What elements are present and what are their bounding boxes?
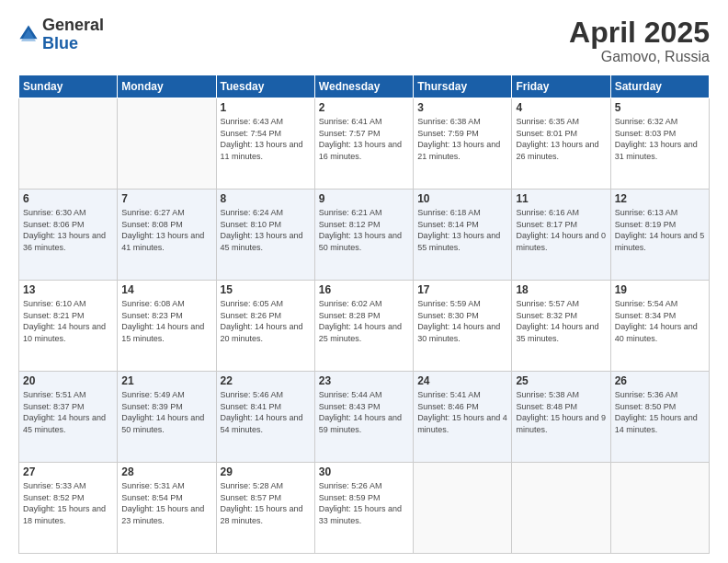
day-number: 10: [417, 192, 507, 205]
day-info: Sunrise: 6:02 AM Sunset: 8:28 PM Dayligh…: [319, 298, 409, 344]
day-info: Sunrise: 5:49 AM Sunset: 8:39 PM Dayligh…: [121, 389, 211, 435]
header-row: Sunday Monday Tuesday Wednesday Thursday…: [19, 75, 710, 98]
day-number: 1: [221, 101, 311, 114]
day-number: 6: [23, 192, 113, 205]
table-row: 29Sunrise: 5:28 AM Sunset: 8:57 PM Dayli…: [216, 463, 314, 554]
col-saturday: Saturday: [610, 75, 709, 98]
col-friday: Friday: [512, 75, 610, 98]
day-number: 23: [319, 374, 409, 387]
day-number: 2: [319, 101, 409, 114]
day-info: Sunrise: 6:18 AM Sunset: 8:14 PM Dayligh…: [417, 207, 507, 253]
day-info: Sunrise: 6:24 AM Sunset: 8:10 PM Dayligh…: [221, 207, 311, 253]
header: General Blue April 2025 Gamovo, Russia: [18, 17, 710, 65]
day-info: Sunrise: 5:26 AM Sunset: 8:59 PM Dayligh…: [319, 480, 409, 526]
calendar: Sunday Monday Tuesday Wednesday Thursday…: [18, 75, 710, 554]
day-info: Sunrise: 5:31 AM Sunset: 8:54 PM Dayligh…: [121, 480, 211, 526]
day-info: Sunrise: 6:38 AM Sunset: 7:59 PM Dayligh…: [417, 116, 507, 162]
table-row: 9Sunrise: 6:21 AM Sunset: 8:12 PM Daylig…: [314, 190, 413, 281]
logo-text: General Blue: [42, 17, 104, 53]
table-row: 14Sunrise: 6:08 AM Sunset: 8:23 PM Dayli…: [118, 281, 216, 372]
day-info: Sunrise: 6:27 AM Sunset: 8:08 PM Dayligh…: [121, 207, 211, 253]
table-row: 4Sunrise: 6:35 AM Sunset: 8:01 PM Daylig…: [512, 98, 610, 190]
day-number: 30: [319, 465, 409, 478]
day-number: 14: [121, 283, 211, 296]
day-info: Sunrise: 6:41 AM Sunset: 7:57 PM Dayligh…: [319, 116, 409, 162]
page: General Blue April 2025 Gamovo, Russia S…: [0, 0, 728, 563]
table-row: 7Sunrise: 6:27 AM Sunset: 8:08 PM Daylig…: [118, 190, 216, 281]
day-number: 24: [417, 374, 507, 387]
day-number: 28: [121, 465, 211, 478]
day-info: Sunrise: 6:05 AM Sunset: 8:26 PM Dayligh…: [221, 298, 311, 344]
logo-icon: [18, 24, 39, 44]
day-number: 15: [221, 283, 311, 296]
day-info: Sunrise: 5:41 AM Sunset: 8:46 PM Dayligh…: [417, 389, 507, 435]
day-number: 8: [221, 192, 311, 205]
table-row: 20Sunrise: 5:51 AM Sunset: 8:37 PM Dayli…: [19, 372, 118, 463]
calendar-week-2: 6Sunrise: 6:30 AM Sunset: 8:06 PM Daylig…: [19, 190, 710, 281]
day-info: Sunrise: 5:28 AM Sunset: 8:57 PM Dayligh…: [221, 480, 311, 526]
day-number: 19: [615, 283, 705, 296]
day-number: 17: [417, 283, 507, 296]
title-block: April 2025 Gamovo, Russia: [569, 17, 710, 65]
table-row: 21Sunrise: 5:49 AM Sunset: 8:39 PM Dayli…: [118, 372, 216, 463]
table-row: 28Sunrise: 5:31 AM Sunset: 8:54 PM Dayli…: [118, 463, 216, 554]
table-row: [512, 463, 610, 554]
table-row: 18Sunrise: 5:57 AM Sunset: 8:32 PM Dayli…: [512, 281, 610, 372]
day-number: 4: [516, 101, 606, 114]
day-info: Sunrise: 5:54 AM Sunset: 8:34 PM Dayligh…: [615, 298, 705, 344]
col-monday: Monday: [118, 75, 216, 98]
calendar-week-4: 20Sunrise: 5:51 AM Sunset: 8:37 PM Dayli…: [19, 372, 710, 463]
table-row: 30Sunrise: 5:26 AM Sunset: 8:59 PM Dayli…: [314, 463, 413, 554]
col-sunday: Sunday: [19, 75, 118, 98]
col-tuesday: Tuesday: [216, 75, 314, 98]
day-number: 9: [319, 192, 409, 205]
day-info: Sunrise: 6:30 AM Sunset: 8:06 PM Dayligh…: [23, 207, 113, 253]
table-row: 16Sunrise: 6:02 AM Sunset: 8:28 PM Dayli…: [314, 281, 413, 372]
table-row: 2Sunrise: 6:41 AM Sunset: 7:57 PM Daylig…: [314, 98, 413, 190]
day-number: 12: [615, 192, 705, 205]
table-row: [610, 463, 709, 554]
table-row: 26Sunrise: 5:36 AM Sunset: 8:50 PM Dayli…: [610, 372, 709, 463]
day-info: Sunrise: 6:16 AM Sunset: 8:17 PM Dayligh…: [516, 207, 606, 253]
col-wednesday: Wednesday: [314, 75, 413, 98]
calendar-week-1: 1Sunrise: 6:43 AM Sunset: 7:54 PM Daylig…: [19, 98, 710, 190]
table-row: 24Sunrise: 5:41 AM Sunset: 8:46 PM Dayli…: [414, 372, 512, 463]
day-number: 20: [23, 374, 113, 387]
table-row: 12Sunrise: 6:13 AM Sunset: 8:19 PM Dayli…: [610, 190, 709, 281]
table-row: 15Sunrise: 6:05 AM Sunset: 8:26 PM Dayli…: [216, 281, 314, 372]
day-info: Sunrise: 5:36 AM Sunset: 8:50 PM Dayligh…: [615, 389, 705, 435]
day-number: 25: [516, 374, 606, 387]
table-row: 11Sunrise: 6:16 AM Sunset: 8:17 PM Dayli…: [512, 190, 610, 281]
day-number: 7: [121, 192, 211, 205]
table-row: 22Sunrise: 5:46 AM Sunset: 8:41 PM Dayli…: [216, 372, 314, 463]
day-info: Sunrise: 6:32 AM Sunset: 8:03 PM Dayligh…: [615, 116, 705, 162]
location: Gamovo, Russia: [569, 49, 710, 65]
day-number: 18: [516, 283, 606, 296]
day-number: 26: [615, 374, 705, 387]
day-info: Sunrise: 6:08 AM Sunset: 8:23 PM Dayligh…: [121, 298, 211, 344]
table-row: 10Sunrise: 6:18 AM Sunset: 8:14 PM Dayli…: [414, 190, 512, 281]
day-info: Sunrise: 6:13 AM Sunset: 8:19 PM Dayligh…: [615, 207, 705, 253]
calendar-week-5: 27Sunrise: 5:33 AM Sunset: 8:52 PM Dayli…: [19, 463, 710, 554]
day-number: 11: [516, 192, 606, 205]
table-row: 27Sunrise: 5:33 AM Sunset: 8:52 PM Dayli…: [19, 463, 118, 554]
table-row: 17Sunrise: 5:59 AM Sunset: 8:30 PM Dayli…: [414, 281, 512, 372]
day-number: 27: [23, 465, 113, 478]
day-info: Sunrise: 5:59 AM Sunset: 8:30 PM Dayligh…: [417, 298, 507, 344]
table-row: 25Sunrise: 5:38 AM Sunset: 8:48 PM Dayli…: [512, 372, 610, 463]
month-title: April 2025: [569, 17, 710, 49]
table-row: 8Sunrise: 6:24 AM Sunset: 8:10 PM Daylig…: [216, 190, 314, 281]
day-number: 16: [319, 283, 409, 296]
table-row: 6Sunrise: 6:30 AM Sunset: 8:06 PM Daylig…: [19, 190, 118, 281]
day-info: Sunrise: 5:38 AM Sunset: 8:48 PM Dayligh…: [516, 389, 606, 435]
day-info: Sunrise: 5:44 AM Sunset: 8:43 PM Dayligh…: [319, 389, 409, 435]
table-row: 13Sunrise: 6:10 AM Sunset: 8:21 PM Dayli…: [19, 281, 118, 372]
logo: General Blue: [18, 17, 104, 53]
logo-general: General: [42, 17, 104, 35]
day-number: 3: [417, 101, 507, 114]
table-row: [19, 98, 118, 190]
table-row: [414, 463, 512, 554]
table-row: 23Sunrise: 5:44 AM Sunset: 8:43 PM Dayli…: [314, 372, 413, 463]
day-info: Sunrise: 6:35 AM Sunset: 8:01 PM Dayligh…: [516, 116, 606, 162]
day-info: Sunrise: 5:33 AM Sunset: 8:52 PM Dayligh…: [23, 480, 113, 526]
